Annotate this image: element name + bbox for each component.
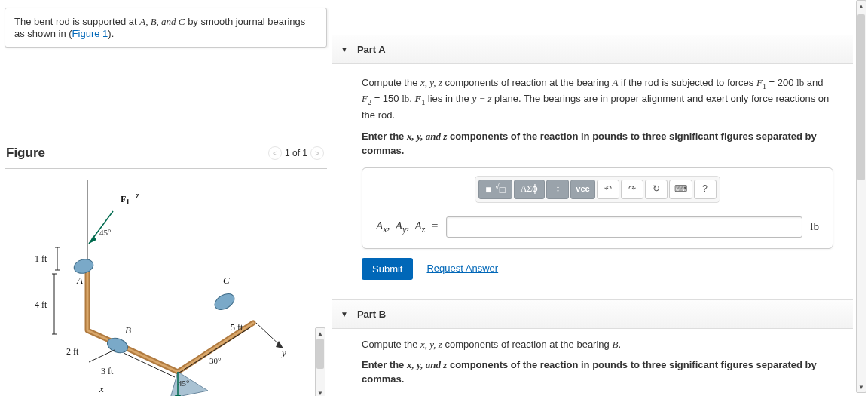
part-a-body: Compute the x, y, z components of reacti… (332, 64, 853, 289)
scroll-track[interactable] (857, 11, 866, 382)
figure-title: Figure (6, 146, 45, 161)
reset-button[interactable]: ↻ (645, 180, 668, 199)
help-button[interactable]: ? (694, 180, 717, 199)
scroll-down-icon[interactable]: ▼ (858, 382, 864, 392)
label-ang30: 30° (209, 356, 221, 365)
subsup-button[interactable]: ↕ (546, 180, 569, 199)
part-a-title: Part A (357, 44, 386, 55)
scroll-up-icon[interactable]: ▲ (317, 328, 323, 339)
scroll-track[interactable] (316, 339, 325, 388)
figure-link[interactable]: Figure 1 (72, 28, 108, 39)
keyboard-button[interactable]: ⌨ (669, 180, 692, 199)
templates-button[interactable]: ■ √□ (478, 180, 512, 199)
figure-scrollbar[interactable]: ▲ ▼ (315, 327, 326, 396)
part-b-description: Compute the x, y, z components of reacti… (362, 338, 833, 352)
figure-nav: < 1 of 1 > (268, 146, 324, 160)
label-2ft: 2 ft (66, 346, 79, 357)
equation-toolbar: ■ √□ ΑΣϕ ↕ vec ↶ ↷ ↻ ⌨ ? (475, 176, 720, 203)
request-answer-link[interactable]: Request Answer (426, 262, 498, 276)
answer-lhs: Ax, Ay, Az = (376, 218, 439, 236)
scroll-up-icon[interactable]: ▲ (858, 1, 864, 11)
label-z: z (135, 189, 139, 201)
figure-prev-button[interactable]: < (268, 146, 282, 160)
label-ang45a: 45° (99, 228, 111, 237)
figure-header: Figure < 1 of 1 > (0, 146, 332, 165)
problem-points: A, B, and C (139, 16, 185, 27)
submit-button[interactable]: Submit (362, 258, 413, 280)
label-5ft: 5 ft (231, 322, 243, 333)
problem-text: The bent rod is supported at (14, 16, 139, 27)
part-b-instruction: Enter the x, y, and z components of the … (362, 358, 833, 387)
vec-button[interactable]: vec (570, 180, 594, 199)
part-a-instruction: Enter the x, y, and z components of the … (362, 130, 833, 158)
label-1ft: 1 ft (35, 253, 47, 264)
undo-button[interactable]: ↶ (597, 180, 619, 199)
svg-point-5 (212, 290, 237, 313)
redo-button[interactable]: ↷ (621, 180, 643, 199)
part-b-title: Part B (357, 309, 386, 320)
collapse-icon: ▼ (341, 45, 348, 54)
figure-count: 1 of 1 (285, 148, 307, 158)
label-4ft: 4 ft (35, 299, 47, 310)
figure-svg: F1 45° z 1 ft A 4 ft B 2 ft 3 ft x C 5 f… (12, 172, 313, 396)
label-C: C (223, 275, 230, 286)
page-scrollbar[interactable]: ▲ ▼ (856, 0, 866, 393)
part-a-header[interactable]: ▼ Part A (332, 35, 853, 64)
answer-row: Ax, Ay, Az = lb (371, 216, 824, 238)
part-b-header[interactable]: ▼ Part B (332, 299, 853, 329)
problem-text-suffix: ). (108, 28, 114, 39)
svg-line-17 (89, 350, 115, 362)
svg-line-19 (179, 327, 250, 373)
greek-button[interactable]: ΑΣϕ (514, 180, 546, 199)
answer-panel: ■ √□ ΑΣϕ ↕ vec ↶ ↷ ↻ ⌨ ? Ax, Ay, Az = lb (362, 167, 833, 249)
collapse-icon: ▼ (341, 310, 348, 318)
part-b-body: Compute the x, y, z components of reacti… (332, 329, 853, 396)
label-y: y (280, 347, 286, 358)
part-a-description: Compute the x, y, z components of reacti… (362, 76, 833, 122)
problem-statement: The bent rod is supported at A, B, and C… (5, 8, 327, 48)
label-x: x (99, 383, 104, 394)
svg-marker-2 (89, 235, 96, 244)
label-F1: F1 (121, 194, 130, 206)
figure-area: F1 45° z 1 ft A 4 ft B 2 ft 3 ft x C 5 f… (5, 168, 327, 396)
label-ang45b: 45° (178, 379, 189, 388)
label-B: B (125, 324, 131, 336)
scroll-thumb[interactable] (857, 14, 865, 180)
actions-row: Submit Request Answer (362, 258, 833, 280)
figure-next-button[interactable]: > (310, 146, 324, 160)
scroll-down-icon[interactable]: ▼ (317, 388, 323, 396)
svg-point-3 (72, 257, 95, 275)
scroll-thumb[interactable] (316, 339, 324, 369)
answer-input[interactable] (446, 216, 802, 238)
answer-unit: lb (810, 219, 819, 235)
label-A: A (76, 275, 83, 286)
label-3ft: 3 ft (101, 366, 114, 376)
